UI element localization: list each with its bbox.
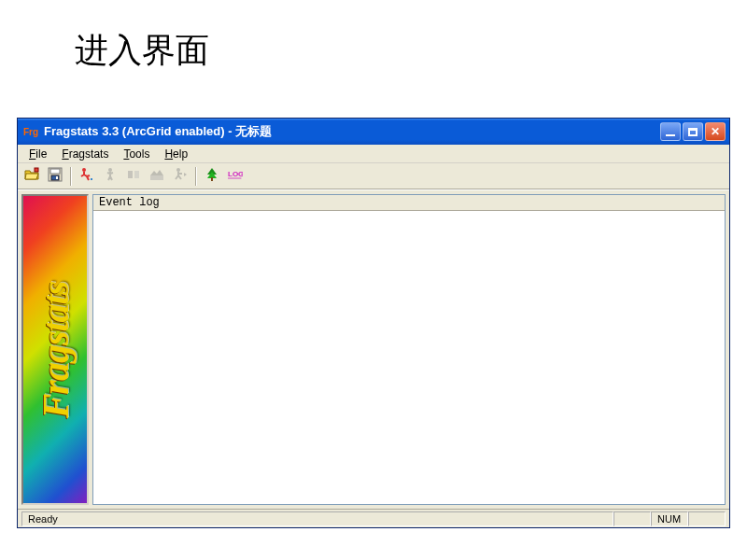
- save-button[interactable]: [45, 166, 65, 187]
- class-icon: [126, 167, 141, 186]
- patch-icon: [103, 167, 118, 186]
- statusbar: Ready NUM: [18, 509, 729, 527]
- log-button[interactable]: LOG: [225, 166, 246, 187]
- logo-text: Fragstats: [34, 281, 78, 418]
- svg-point-7: [108, 168, 112, 172]
- svg-rect-2: [50, 169, 60, 174]
- floppy-disk-icon: [48, 167, 63, 186]
- toolbar-separator: [195, 167, 197, 186]
- window-controls: ✕: [660, 122, 726, 141]
- execute-button[interactable]: [170, 166, 190, 187]
- toolbar: LOG: [18, 163, 729, 189]
- status-ready: Ready: [21, 511, 613, 526]
- event-log-panel: Event log: [92, 194, 726, 505]
- slide-heading: 进入界面: [0, 0, 747, 74]
- run-params-button[interactable]: [77, 166, 97, 187]
- log-icon: LOG: [228, 167, 243, 186]
- execute-icon: [173, 167, 188, 186]
- app-icon: Frg: [23, 124, 38, 139]
- svg-rect-4: [56, 176, 58, 179]
- minimize-button[interactable]: [660, 122, 681, 141]
- svg-text:LOG: LOG: [228, 170, 243, 178]
- svg-rect-8: [128, 171, 133, 178]
- svg-point-6: [91, 178, 92, 180]
- svg-rect-9: [134, 171, 139, 178]
- menu-help[interactable]: Help: [157, 147, 195, 161]
- landscape-icon: [149, 167, 164, 186]
- close-button[interactable]: ✕: [705, 122, 726, 141]
- app-window: Frg Fragstats 3.3 (ArcGrid enabled) - 无标…: [17, 118, 730, 528]
- svg-point-5: [82, 168, 86, 172]
- event-log-body[interactable]: [93, 211, 725, 504]
- maximize-button[interactable]: [683, 122, 703, 141]
- event-log-header: Event log: [93, 195, 725, 211]
- menu-fragstats[interactable]: Fragstats: [54, 147, 116, 161]
- menubar: F/*noop*/ile Fragstats Tools Help: [18, 145, 729, 163]
- svg-rect-10: [150, 175, 163, 180]
- status-cap: [613, 511, 651, 526]
- results-tree-icon: [204, 167, 219, 186]
- svg-point-11: [176, 168, 180, 172]
- open-button[interactable]: [21, 166, 42, 187]
- status-scrl: [688, 511, 726, 526]
- menu-file[interactable]: F/*noop*/ile: [21, 147, 54, 161]
- browse-results-button[interactable]: [202, 166, 222, 187]
- status-num: NUM: [651, 511, 688, 526]
- landscape-metrics-button[interactable]: [147, 166, 167, 187]
- sidebar-logo: Fragstats: [21, 194, 89, 505]
- client-area: Fragstats Event log: [18, 189, 729, 509]
- svg-rect-12: [211, 177, 213, 181]
- folder-open-icon: [24, 167, 39, 186]
- titlebar[interactable]: Frg Fragstats 3.3 (ArcGrid enabled) - 无标…: [18, 119, 729, 145]
- class-metrics-button[interactable]: [123, 166, 144, 187]
- patch-metrics-button[interactable]: [100, 166, 120, 187]
- window-title: Fragstats 3.3 (ArcGrid enabled) - 无标题: [44, 123, 660, 140]
- runner-icon: [79, 167, 94, 186]
- menu-tools[interactable]: Tools: [116, 147, 157, 161]
- toolbar-separator: [70, 167, 72, 186]
- svg-rect-0: [35, 168, 38, 172]
